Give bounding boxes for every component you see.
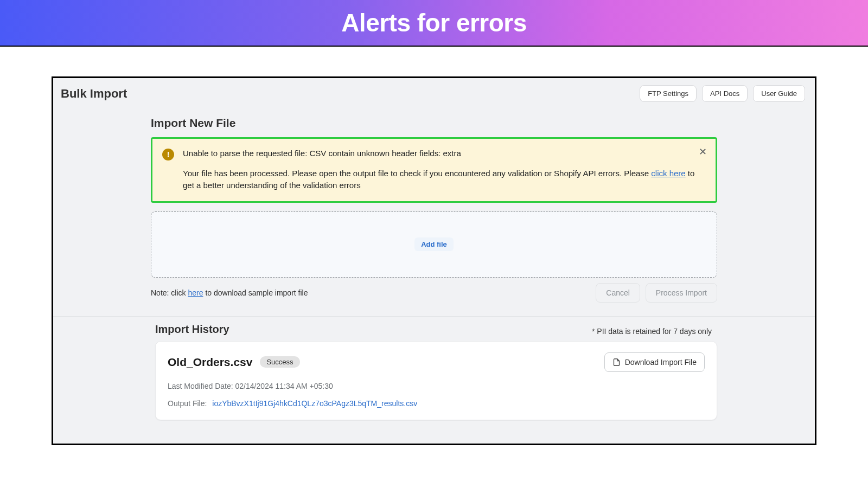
status-badge: Success bbox=[260, 356, 299, 368]
warning-icon: ! bbox=[162, 149, 174, 160]
cancel-button[interactable]: Cancel bbox=[596, 283, 640, 303]
alert-message-primary: Unable to parse the requested file: CSV … bbox=[183, 149, 706, 158]
topbar-actions: FTP Settings API Docs User Guide bbox=[640, 85, 805, 102]
file-dropzone[interactable]: Add file bbox=[151, 211, 717, 278]
sample-here-link[interactable]: here bbox=[188, 288, 203, 297]
alert-message-secondary: Your file has been processed. Please ope… bbox=[183, 168, 706, 191]
close-icon[interactable]: ✕ bbox=[697, 146, 708, 157]
error-alert: ! Unable to parse the requested file: CS… bbox=[151, 137, 717, 203]
topbar: Bulk Import FTP Settings API Docs User G… bbox=[53, 78, 815, 109]
document-icon bbox=[612, 357, 621, 367]
add-file-button[interactable]: Add file bbox=[414, 237, 454, 251]
modified-value: 02/14/2024 11:34 AM +05:30 bbox=[235, 382, 333, 390]
alert-click-here-link[interactable]: click here bbox=[651, 169, 685, 178]
import-new-section: Import New File ! Unable to parse the re… bbox=[53, 117, 815, 303]
modified-label: Last Modified Date: bbox=[168, 382, 235, 390]
history-item: Old_Orders.csv Success Download Import F… bbox=[155, 341, 717, 420]
download-button-label: Download Import File bbox=[625, 358, 697, 367]
user-guide-button[interactable]: User Guide bbox=[753, 85, 805, 102]
note-prefix: Note: click bbox=[151, 288, 188, 297]
output-label: Output File: bbox=[168, 399, 207, 408]
download-import-file-button[interactable]: Download Import File bbox=[604, 352, 705, 372]
import-history-section: Import History * PII data is retained fo… bbox=[53, 323, 815, 420]
process-import-button[interactable]: Process Import bbox=[646, 283, 717, 303]
sample-note: Note: click here to download sample impo… bbox=[151, 288, 308, 297]
page-title: Bulk Import bbox=[61, 87, 127, 101]
pii-retention-note: * PII data is retained for 7 days only bbox=[592, 327, 712, 336]
note-suffix: to download sample import file bbox=[203, 288, 308, 297]
last-modified-line: Last Modified Date: 02/14/2024 11:34 AM … bbox=[168, 382, 705, 390]
section-divider bbox=[53, 316, 815, 317]
api-docs-button[interactable]: API Docs bbox=[702, 85, 748, 102]
output-file-link[interactable]: iozYbBvzX1tIj91Gj4hkCd1QLz7o3cPAgz3L5qTM… bbox=[212, 399, 417, 408]
slide-banner: Alerts for errors bbox=[0, 0, 868, 47]
app-window: Bulk Import FTP Settings API Docs User G… bbox=[52, 76, 816, 445]
banner-title: Alerts for errors bbox=[341, 8, 527, 37]
import-history-title: Import History bbox=[155, 323, 229, 336]
history-file-name: Old_Orders.csv bbox=[168, 356, 252, 369]
import-new-title: Import New File bbox=[151, 117, 717, 130]
output-file-line: Output File: iozYbBvzX1tIj91Gj4hkCd1QLz7… bbox=[168, 399, 705, 408]
ftp-settings-button[interactable]: FTP Settings bbox=[640, 85, 697, 102]
alert-text-a: Your file has been processed. Please ope… bbox=[183, 169, 651, 178]
